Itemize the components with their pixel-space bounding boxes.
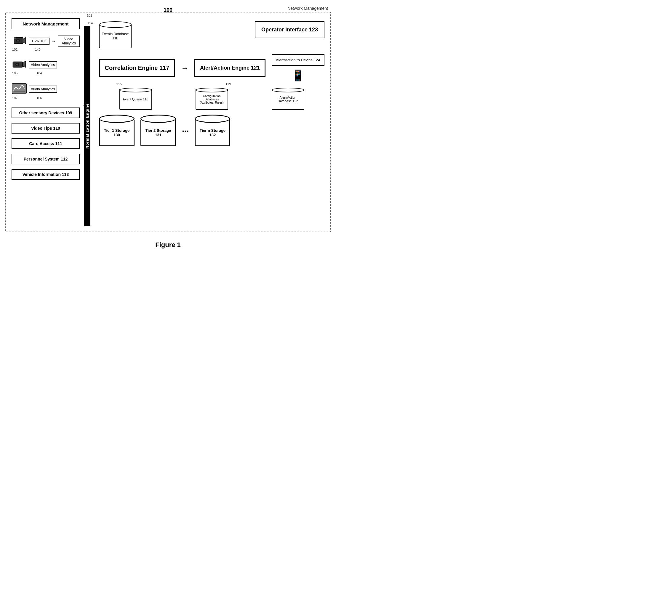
video-analytics-1-label: Video Analytics <box>62 37 76 45</box>
config-db-label: Configuration Databases (Attributes, Rul… <box>197 94 226 104</box>
audio-row: Audio Analytics <box>12 83 80 96</box>
phone-icon: 📱 <box>291 69 304 82</box>
svg-marker-1 <box>23 38 26 44</box>
right-middle-row: Correlation Engine 117 → Alert/Action En… <box>99 54 324 82</box>
main-diagram-box: 100 Network Management 101 <box>5 12 331 232</box>
personnel-system-label: Personnel System 112 <box>24 157 68 161</box>
audio-analytics-label: Audio Analytics <box>31 87 55 91</box>
tier1-top <box>99 115 134 123</box>
audio-box-num: 106 <box>36 96 42 100</box>
config-db-cylinder: Configuration Databases (Attributes, Rul… <box>195 88 228 110</box>
camera1-labels: 102 140 <box>12 48 80 51</box>
video-analytics-1-box: Video Analytics <box>58 36 80 47</box>
audio-group: Audio Analytics 107 106 <box>12 83 80 100</box>
tiern-label: Tier n Storage 132 <box>197 128 228 137</box>
alert-action-db-container: Alert/Action Database 122 <box>272 88 304 110</box>
camera2-row: Video Analytics <box>12 59 80 71</box>
events-db-label: Events Database 118 <box>101 32 130 40</box>
camera2-num: 105 <box>12 71 17 75</box>
video-analytics-2-label: Video Analytics <box>31 63 55 67</box>
alert-device-area: Alert/Action to Device 124 📱 <box>272 54 324 82</box>
audio-labels: 107 106 <box>12 96 80 100</box>
video-tips-label: Video Tips 110 <box>31 126 60 131</box>
alert-action-engine-box: Alert/Action Engine 121 <box>194 59 265 77</box>
other-sensory-label: Other sensory Devices 109 <box>19 110 72 115</box>
camera2-labels: 105 104 <box>12 71 80 75</box>
va2-num: 104 <box>36 71 42 75</box>
right-top-row: Events Database 118 Operator Interface 1… <box>99 18 324 48</box>
right-tier-row: Tier 1 Storage 130 Tier 2 Storage 131 ..… <box>99 115 324 146</box>
tiern-cylinder: Tier n Storage 132 <box>195 115 230 146</box>
dvr-box: DVR 103 <box>29 38 49 45</box>
tier1-label: Tier 1 Storage 130 <box>101 128 132 137</box>
alert-device-box: Alert/Action to Device 124 <box>272 54 324 66</box>
line-115-label: 115 <box>116 82 122 86</box>
personnel-system-box: Personnel System 112 <box>12 154 80 164</box>
dvr-label: DVR 103 <box>32 39 46 43</box>
events-db-top <box>99 21 131 28</box>
svg-marker-6 <box>23 61 25 68</box>
config-db-num: 119 <box>225 82 231 86</box>
audio-icon <box>12 83 27 96</box>
tier1-cylinder: Tier 1 Storage 130 <box>99 115 134 146</box>
diagram-number: 100 <box>163 7 172 13</box>
camera1-num: 102 <box>12 48 17 51</box>
svg-rect-10 <box>14 91 25 92</box>
normalization-engine-column: 114 Normalization Engine <box>80 18 94 226</box>
svg-point-3 <box>17 40 19 42</box>
event-queue-cylinder: Event Queue 116 <box>119 88 152 110</box>
events-db-body: Events Database 118 <box>99 25 131 48</box>
camera1-icon <box>12 35 27 47</box>
right-section: Events Database 118 Operator Interface 1… <box>94 18 324 226</box>
normalization-engine-label: Normalization Engine <box>85 103 89 149</box>
alert-device-label: Alert/Action to Device 124 <box>276 58 320 62</box>
event-queue-label: Event Queue 116 <box>123 97 148 101</box>
vehicle-info-box: Vehicle Information 113 <box>12 169 80 180</box>
other-sensory-box: Other sensory Devices 109 <box>12 108 80 118</box>
nm-number: 101 <box>87 14 92 17</box>
tiern-top <box>195 115 230 123</box>
page-container: Network Management 100 Network Managemen… <box>5 6 331 249</box>
arrow-dvr-analytics: → <box>51 39 56 44</box>
network-management-item: Network Management 101 <box>12 18 80 31</box>
diagram-layout: Network Management 101 <box>12 18 324 226</box>
correlation-engine-box: Correlation Engine 117 <box>99 59 175 77</box>
config-db-top <box>195 88 228 92</box>
other-sensory-item: 108 Other sensory Devices 109 <box>12 108 80 118</box>
figure-label: Figure 1 <box>5 241 331 249</box>
card-access-box: Card Access 111 <box>12 138 80 149</box>
alert-action-db-top <box>272 88 304 92</box>
event-queue-top <box>119 88 152 92</box>
camera1-row: DVR 103 → Video Analytics <box>12 35 80 47</box>
alert-action-db-cylinder: Alert/Action Database 122 <box>272 88 304 110</box>
svg-rect-4 <box>14 38 16 39</box>
config-db-container: 119 Configuration Databases (Attributes,… <box>195 88 228 110</box>
video-analytics-2-box: Video Analytics <box>29 61 57 68</box>
events-db-container: Events Database 118 <box>99 21 131 48</box>
operator-interface-label: Operator Interface 123 <box>261 27 318 33</box>
arrow-corr-alert: → <box>181 64 188 72</box>
tier-dots: ... <box>182 124 189 134</box>
va1-num: 140 <box>35 48 40 51</box>
tier2-body: Tier 2 Storage 131 <box>140 120 176 146</box>
video-tips-box: Video Tips 110 <box>12 123 80 134</box>
right-bottom-row: 115 Event Queue 116 119 <box>99 88 324 110</box>
card-access-label: Card Access 111 <box>29 141 62 146</box>
vehicle-info-label: Vehicle Information 113 <box>23 172 69 177</box>
correlation-engine-label: Correlation Engine 117 <box>105 65 169 71</box>
events-db-cylinder: Events Database 118 <box>99 21 131 48</box>
alert-action-db-label: Alert/Action Database 122 <box>273 96 302 103</box>
normalization-engine-bar: Normalization Engine <box>84 26 90 226</box>
operator-interface-box: Operator Interface 123 <box>255 21 324 38</box>
camera1-group: DVR 103 → Video Analytics 102 140 <box>12 35 80 51</box>
svg-point-8 <box>16 63 18 65</box>
tier2-label: Tier 2 Storage 131 <box>142 128 174 137</box>
camera2-icon <box>12 59 27 71</box>
norm-number: 114 <box>87 21 93 25</box>
alert-action-engine-label: Alert/Action Engine 121 <box>200 65 260 71</box>
audio-num: 107 <box>12 96 17 100</box>
tier2-top <box>140 115 176 123</box>
network-management-box: Network Management <box>12 18 80 29</box>
event-queue-container: 115 Event Queue 116 <box>119 88 152 110</box>
tiern-body: Tier n Storage 132 <box>195 120 230 146</box>
